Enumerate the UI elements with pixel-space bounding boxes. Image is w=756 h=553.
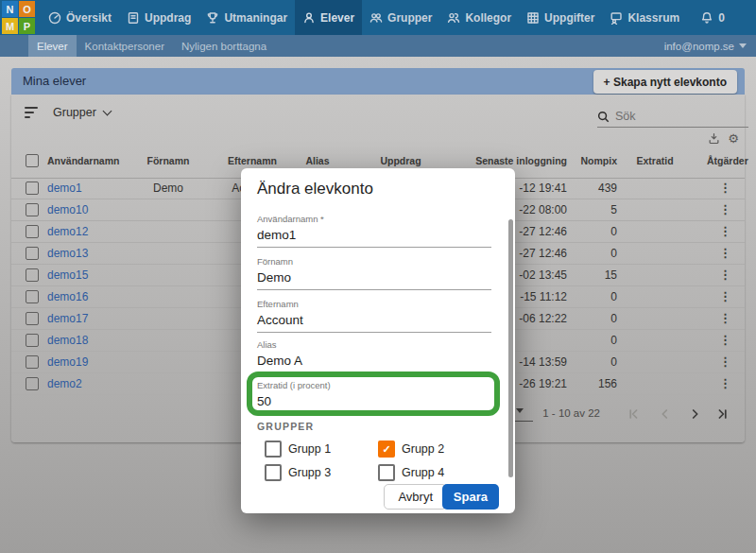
username-link[interactable]: demo17 — [47, 308, 88, 329]
select-all-checkbox[interactable] — [26, 154, 39, 167]
filter-label: Grupper — [53, 106, 96, 119]
first-page-button[interactable] — [621, 402, 645, 426]
field-label: Förnamn — [257, 256, 491, 267]
row-actions-button[interactable]: ⋮ — [719, 308, 731, 329]
edit-student-dialog: Ändra elevkonto Användarnamn * demo1 För… — [241, 168, 515, 513]
subnav-item-nyligen-borttagna[interactable]: Nyligen borttagna — [173, 35, 275, 57]
last-page-button[interactable] — [711, 402, 735, 426]
cell-nompix: 0 — [560, 352, 617, 372]
create-student-button[interactable]: + Skapa nytt elevkonto — [593, 70, 737, 94]
logo-tile: O — [19, 1, 35, 17]
row-actions-button[interactable]: ⋮ — [719, 286, 731, 307]
row-checkbox[interactable] — [26, 312, 39, 325]
cell-firstname: Demo — [123, 178, 214, 199]
previous-page-button[interactable] — [652, 402, 677, 426]
username-link[interactable]: demo18 — [47, 330, 88, 351]
checkbox-icon[interactable]: ✓ — [378, 464, 395, 481]
field-username: Användarnamn * demo1 — [257, 214, 491, 248]
nomp-logo[interactable]: N O M P — [2, 1, 35, 34]
dialog-scrollbar[interactable] — [508, 219, 513, 477]
app-screen: N O M P Översikt Uppdrag Utmaningar Elev… — [0, 0, 756, 553]
group-option-4[interactable]: ✓ Grupp 4 — [378, 464, 444, 481]
field-firstname: Förnamn Demo — [257, 256, 491, 290]
cancel-button[interactable]: Avbryt — [384, 484, 447, 510]
username-link[interactable]: demo12 — [47, 221, 88, 242]
next-page-button[interactable] — [683, 402, 708, 426]
notifications-button[interactable]: 0 — [693, 0, 732, 35]
subnav-label: Elever — [37, 41, 68, 52]
column-header-nompix[interactable]: Nompix — [560, 144, 617, 178]
row-actions-button[interactable]: ⋮ — [719, 243, 731, 264]
row-actions-button[interactable]: ⋮ — [719, 265, 731, 285]
username-link[interactable]: demo10 — [47, 199, 88, 220]
journal-icon — [127, 11, 140, 25]
nav-item-oversikt[interactable]: Översikt — [41, 0, 119, 35]
group-option-3[interactable]: ✓ Grupp 3 — [265, 464, 331, 481]
checkbox-icon[interactable]: ✓ — [265, 464, 282, 481]
username-link[interactable]: demo1 — [47, 178, 82, 199]
username-link[interactable]: demo19 — [47, 352, 88, 372]
nav-item-kollegor[interactable]: Kollegor — [439, 0, 519, 35]
filter-icon — [25, 104, 38, 121]
group-option-1[interactable]: ✓ Grupp 1 — [265, 441, 331, 458]
username-link[interactable]: demo2 — [47, 373, 82, 394]
row-checkbox[interactable] — [26, 268, 39, 282]
person-icon — [302, 11, 316, 25]
row-actions-button[interactable]: ⋮ — [719, 199, 731, 220]
checkbox-checked-icon[interactable]: ✓ — [378, 441, 395, 458]
nav-item-klassrum[interactable]: Klassrum — [602, 0, 687, 35]
username-link[interactable]: demo15 — [47, 265, 88, 285]
row-checkbox[interactable] — [26, 334, 39, 347]
nav-item-label: Elever — [320, 11, 354, 25]
row-checkbox[interactable] — [26, 290, 39, 303]
row-actions-button[interactable]: ⋮ — [719, 178, 731, 199]
row-checkbox[interactable] — [26, 181, 39, 195]
username-link[interactable]: demo13 — [47, 243, 88, 264]
account-menu[interactable]: info@nomp.se — [664, 35, 747, 57]
nav-item-uppdrag[interactable]: Uppdrag — [119, 0, 198, 35]
subnav-item-kontaktpersoner[interactable]: Kontaktpersoner — [77, 35, 173, 57]
firstname-field[interactable]: Demo — [257, 269, 491, 285]
nav-item-grupper[interactable]: Grupper — [362, 0, 439, 35]
row-checkbox[interactable] — [26, 225, 39, 238]
group-label: Grupp 2 — [402, 442, 444, 456]
group-label: Grupp 1 — [288, 442, 331, 456]
cell-nompix: 0 — [560, 330, 617, 351]
group-filter-dropdown[interactable]: Grupper — [25, 104, 111, 121]
username-link[interactable]: demo16 — [47, 286, 88, 307]
row-checkbox[interactable] — [26, 355, 39, 369]
nav-item-elever[interactable]: Elever — [295, 0, 362, 35]
subnav-item-elever[interactable]: Elever — [28, 35, 77, 57]
save-button[interactable]: Spara — [442, 484, 499, 510]
search-icon — [597, 111, 610, 123]
lastname-field[interactable]: Account — [257, 312, 491, 328]
row-actions-button[interactable]: ⋮ — [719, 330, 731, 351]
row-checkbox[interactable] — [26, 247, 39, 260]
group-option-2[interactable]: ✓ Grupp 2 — [378, 441, 444, 458]
field-label: Efternamn — [257, 299, 491, 309]
column-header-extratid[interactable]: Extratid — [627, 144, 683, 178]
rows-per-page-dropdown[interactable] — [516, 408, 524, 413]
bell-icon — [700, 11, 713, 25]
username-field[interactable]: demo1 — [257, 227, 491, 243]
highlight-annotation — [247, 372, 500, 416]
row-checkbox[interactable] — [26, 377, 39, 390]
row-checkbox[interactable] — [26, 203, 39, 216]
nav-item-label: Kollegor — [465, 11, 511, 25]
sort-ascending-icon: ↑ — [47, 144, 52, 178]
trophy-icon — [206, 11, 219, 25]
alias-field[interactable]: Demo A — [257, 353, 491, 369]
nav-item-label: Grupper — [387, 11, 432, 25]
nav-item-utmaningar[interactable]: Utmaningar — [198, 0, 295, 35]
search-input[interactable]: Sök — [597, 106, 748, 128]
column-header-firstname[interactable]: Förnamn — [123, 144, 214, 178]
logo-tile: M — [2, 18, 18, 34]
cell-nompix: 5 — [560, 199, 617, 220]
row-actions-button[interactable]: ⋮ — [719, 373, 731, 394]
row-actions-button[interactable]: ⋮ — [719, 221, 731, 242]
checkbox-icon[interactable]: ✓ — [265, 441, 282, 458]
row-actions-button[interactable]: ⋮ — [719, 352, 731, 372]
logo-tile: P — [19, 18, 35, 34]
chevron-down-icon — [102, 106, 112, 115]
nav-item-uppgifter[interactable]: Uppgifter — [519, 0, 602, 35]
